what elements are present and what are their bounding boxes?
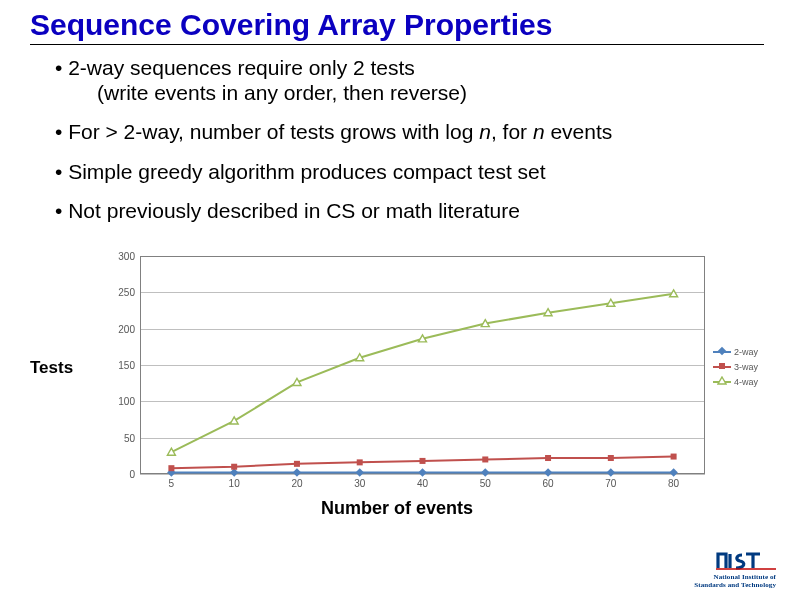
bullet-2-n1: n — [479, 120, 491, 143]
series-marker-2-way — [669, 468, 677, 476]
svg-rect-18 — [718, 346, 726, 354]
nist-logo — [716, 552, 776, 574]
series-marker-3-way — [168, 465, 174, 471]
svg-rect-13 — [420, 458, 426, 464]
series-marker-4-way — [607, 299, 615, 306]
series-marker-3-way — [545, 455, 551, 461]
y-tick-label: 250 — [118, 287, 135, 298]
legend-item-3-way: 3-way — [713, 359, 758, 374]
series-line-4-way — [171, 294, 673, 452]
series-marker-3-way — [294, 461, 300, 467]
bullet-3-text: Simple greedy algorithm produces compact… — [68, 160, 545, 183]
bullet-2-n2: n — [533, 120, 545, 143]
series-marker-4-way — [293, 378, 301, 385]
svg-rect-8 — [669, 468, 677, 476]
bullet-2: • For > 2-way, number of tests grows wit… — [55, 119, 739, 144]
series-marker-3-way — [231, 464, 237, 470]
svg-rect-2 — [293, 468, 301, 476]
x-axis-title: Number of events — [30, 498, 764, 519]
bullet-4: • Not previously described in CS or math… — [55, 198, 739, 223]
svg-rect-3 — [355, 468, 363, 476]
svg-rect-5 — [481, 468, 489, 476]
svg-rect-7 — [607, 468, 615, 476]
series-marker-2-way — [544, 468, 552, 476]
series-svg — [140, 256, 705, 474]
bullet-1-sub: (write events in any order, then reverse… — [55, 80, 739, 105]
y-axis-title: Tests — [30, 358, 73, 378]
series-marker-2-way — [607, 468, 615, 476]
y-tick-label: 150 — [118, 360, 135, 371]
series-marker-4-way — [544, 309, 552, 316]
series-marker-2-way — [481, 468, 489, 476]
svg-rect-12 — [357, 459, 363, 465]
y-tick-label: 50 — [124, 432, 135, 443]
legend: 2-way3-way4-way — [713, 344, 758, 389]
bullet-4-text: Not previously described in CS or math l… — [68, 199, 520, 222]
bullet-1-text: 2-way sequences require only 2 tests — [68, 56, 415, 79]
series-marker-4-way — [230, 417, 238, 424]
slide-title: Sequence Covering Array Properties — [0, 0, 794, 44]
svg-rect-11 — [294, 461, 300, 467]
svg-rect-15 — [545, 455, 551, 461]
y-tick-label: 300 — [118, 251, 135, 262]
series-marker-3-way — [608, 455, 614, 461]
series-marker-4-way — [167, 448, 175, 455]
svg-rect-14 — [482, 456, 488, 462]
legend-label: 2-way — [734, 347, 758, 357]
svg-rect-6 — [544, 468, 552, 476]
bullet-3: • Simple greedy algorithm produces compa… — [55, 159, 739, 184]
svg-rect-19 — [719, 363, 725, 369]
x-tick-label: 5 — [169, 478, 175, 489]
series-marker-2-way — [418, 468, 426, 476]
legend-item-2-way: 2-way — [713, 344, 758, 359]
x-tick-label: 70 — [605, 478, 616, 489]
series-marker-4-way — [670, 290, 678, 297]
bullet-1: • 2-way sequences require only 2 tests (… — [55, 55, 739, 105]
series-marker-3-way — [482, 456, 488, 462]
svg-rect-16 — [608, 455, 614, 461]
series-marker-2-way — [355, 468, 363, 476]
series-marker-4-way — [481, 320, 489, 327]
svg-rect-17 — [671, 454, 677, 460]
series-marker-3-way — [420, 458, 426, 464]
x-tick-label: 60 — [542, 478, 553, 489]
x-tick-label: 20 — [291, 478, 302, 489]
nist-attribution: National Institute of Standards and Tech… — [694, 552, 776, 589]
x-tick-label: 30 — [354, 478, 365, 489]
svg-rect-4 — [418, 468, 426, 476]
nist-text-2: Standards and Technology — [694, 582, 776, 589]
y-tick-label: 100 — [118, 396, 135, 407]
x-tick-label: 40 — [417, 478, 428, 489]
bullet-2-mid: , for — [491, 120, 533, 143]
legend-label: 3-way — [734, 362, 758, 372]
y-tick-label: 0 — [129, 469, 135, 480]
bullet-list: • 2-way sequences require only 2 tests (… — [0, 45, 794, 223]
legend-item-4-way: 4-way — [713, 374, 758, 389]
series-marker-4-way — [419, 335, 427, 342]
bullet-2-pre: For > 2-way, number of tests grows with … — [68, 120, 479, 143]
x-tick-label: 80 — [668, 478, 679, 489]
bullet-2-post: events — [545, 120, 613, 143]
series-marker-4-way — [356, 354, 364, 361]
legend-label: 4-way — [734, 377, 758, 387]
y-tick-label: 200 — [118, 323, 135, 334]
x-tick-label: 10 — [229, 478, 240, 489]
svg-rect-10 — [231, 464, 237, 470]
series-marker-3-way — [357, 459, 363, 465]
series-marker-3-way — [671, 454, 677, 460]
plot-area: 05010015020025030051020304050607080 — [140, 256, 705, 474]
series-marker-2-way — [293, 468, 301, 476]
chart: Tests 0501001502002503005102030405060708… — [30, 254, 764, 516]
x-tick-label: 50 — [480, 478, 491, 489]
svg-rect-9 — [168, 465, 174, 471]
